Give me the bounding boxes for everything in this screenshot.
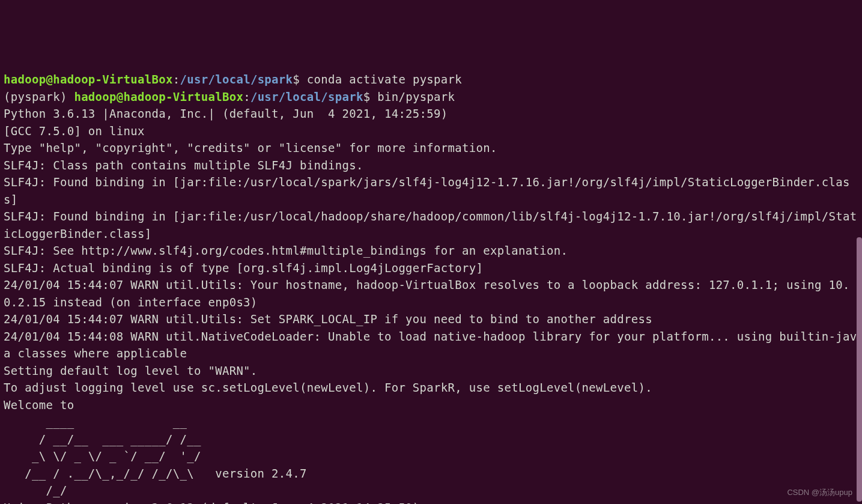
watermark-text: CSDN @汤汤upup (787, 487, 852, 499)
output-line: Using Python version 3.6.13 (default, Ju… (4, 499, 858, 505)
spark-ascii-art: ____ __ (4, 413, 858, 431)
spark-ascii-art: _\ \/ _ \/ _ `/ __/ '_/ (4, 448, 858, 465)
output-line: SLF4J: Found binding in [jar:file:/usr/l… (4, 208, 858, 242)
spark-ascii-art: / __/__ ___ _____/ /__ (4, 431, 858, 448)
output-line: 24/01/04 15:44:07 WARN util.Utils: Your … (4, 276, 858, 311)
cwd-path: /usr/local/spark (250, 90, 363, 103)
cwd-path: /usr/local/spark (180, 73, 293, 86)
command-text: conda activate pyspark (307, 73, 462, 86)
output-line: SLF4J: Found binding in [jar:file:/usr/l… (4, 174, 858, 208)
conda-env: (pyspark) (4, 90, 74, 103)
prompt-dollar: $ (363, 90, 377, 103)
output-line: SLF4J: See http://www.slf4j.org/codes.ht… (4, 242, 858, 260)
output-line: 24/01/04 15:44:07 WARN util.Utils: Set S… (4, 311, 858, 328)
prompt-line-1: hadoop@hadoop-VirtualBox:/usr/local/spar… (4, 71, 858, 88)
spark-ascii-art: /__ / .__/\_,_/_/ /_/\_\ version 2.4.7 (4, 465, 858, 482)
colon: : (173, 73, 180, 86)
user-host: hadoop@hadoop-VirtualBox (74, 90, 243, 103)
output-line: Type "help", "copyright", "credits" or "… (4, 139, 858, 157)
output-line: [GCC 7.5.0] on linux (4, 123, 858, 140)
colon: : (243, 90, 250, 103)
scrollbar-thumb[interactable] (857, 237, 862, 502)
output-line: Python 3.6.13 |Anaconda, Inc.| (default,… (4, 105, 858, 123)
output-line: SLF4J: Class path contains multiple SLF4… (4, 157, 858, 174)
output-line: To adjust logging level use sc.setLogLev… (4, 379, 858, 396)
command-text: bin/pyspark (377, 90, 455, 103)
output-line: Setting default log level to "WARN". (4, 362, 858, 380)
prompt-dollar: $ (293, 73, 306, 86)
spark-ascii-art: /_/ (4, 482, 858, 499)
output-line: SLF4J: Actual binding is of type [org.sl… (4, 260, 858, 277)
output-line: 24/01/04 15:44:08 WARN util.NativeCodeLo… (4, 328, 858, 362)
output-line: Welcome to (4, 396, 858, 414)
user-host: hadoop@hadoop-VirtualBox (4, 73, 173, 86)
terminal-content[interactable]: hadoop@hadoop-VirtualBox:/usr/local/spar… (4, 71, 858, 504)
prompt-line-2: (pyspark) hadoop@hadoop-VirtualBox:/usr/… (4, 88, 858, 106)
